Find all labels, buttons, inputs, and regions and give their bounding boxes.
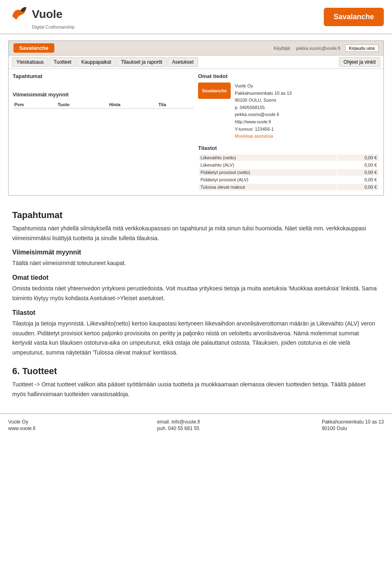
- savalanche-logo-small: Savalanche: [198, 82, 231, 99]
- tilastot-row-label: Liikevaihto (ALV): [199, 162, 337, 168]
- company-info: Vuole Oy Pakkahuoneenkatu 10 as 13 90100…: [235, 82, 292, 140]
- tilastot-row-label: Liikevaihto (netto): [199, 154, 337, 161]
- tilastot-row: Pidätetyt provisiot (netto)0,00 €: [199, 169, 379, 176]
- tilastot-row: Liikevaihto (ALV)0,00 €: [199, 162, 379, 168]
- app-nav: Yleiskatsaus Tuotteet Kauppapaikat Tilau…: [9, 56, 383, 69]
- viimeisimmat-heading: Viimeisimmät myynnit: [12, 249, 380, 256]
- col-hinta: Hinta: [107, 101, 157, 109]
- company-phone: p. 0405568155: [235, 104, 292, 111]
- site-footer: Vuole Oy www.vuole.fi email. info@vuole.…: [0, 413, 392, 436]
- nav-ohjeet[interactable]: Ohjeet ja vinkit: [339, 57, 380, 67]
- tilastot-table: Liikevaihto (netto)0,00 €Liikevaihto (AL…: [198, 154, 379, 191]
- viimeisimmat-title: Viimeisimmät myynnit: [13, 91, 194, 98]
- footer-col-company: Vuole Oy www.vuole.fi: [8, 419, 36, 431]
- omat-tiedot-text: Omista tiedoista näet yhteenvedon yrityk…: [12, 284, 380, 303]
- tilastot-row-value: 0,00 €: [338, 162, 379, 168]
- edit-settings-link[interactable]: Muokkaa asetuksia: [235, 133, 292, 140]
- tilastot-heading: Tilastot: [12, 309, 380, 317]
- tilastot-row-value: 0,00 €: [338, 154, 379, 161]
- app-savalanche-badge: Savalanche: [13, 43, 54, 53]
- footer-col-address: Pakkahuoneenkatu 10 as 13 90100 Oulu: [322, 419, 384, 431]
- viimeisimmat-text: Täältä näet viimeisimmät toteutuneet kau…: [12, 259, 380, 268]
- nav-kauppapaikat[interactable]: Kauppapaikat: [77, 57, 116, 67]
- tilastot-row-value: 0,00 €: [338, 176, 379, 183]
- logo-tagline: Digital Craftsmanship: [32, 25, 75, 29]
- site-header: Vuole Digital Craftsmanship Savalanche: [0, 0, 392, 34]
- company-name: Vuole Oy: [235, 82, 292, 90]
- company-address: Pakkahuoneenkatu 10 as 13: [235, 90, 292, 97]
- user-label: Käyttäjä:: [274, 46, 291, 51]
- logo-area: Vuole Digital Craftsmanship: [8, 4, 75, 29]
- tapahtumat-text: Tapahtumista näet yhdellä silmäyksellä m…: [12, 224, 380, 243]
- nav-tilaukset[interactable]: Tilaukset ja raportit: [116, 57, 167, 67]
- footer-email: email. info@vuole.fi: [157, 419, 200, 425]
- col-pvm: Pvm: [13, 101, 56, 109]
- footer-city: 90100 Oulu: [322, 426, 384, 431]
- footer-col-contact: email. info@vuole.fi puh. 040 55 681 55: [157, 419, 200, 431]
- tapahtumat-heading: Tapahtumat: [12, 210, 380, 221]
- nav-asetukset[interactable]: Asetukset: [167, 57, 198, 67]
- main-content: Tapahtumat Tapahtumista näet yhdellä sil…: [0, 202, 392, 413]
- app-screenshot: Savalanche Käyttäjä: pekka.vuorio@vuole.…: [8, 40, 384, 196]
- footer-website: www.vuole.fi: [8, 426, 36, 431]
- footer-address: Pakkahuoneenkatu 10 as 13: [322, 419, 384, 425]
- logout-button[interactable]: Kirjaudu ulos: [345, 45, 379, 52]
- sales-table: Pvm Tuote Hinta Tila: [13, 101, 194, 109]
- tuotteet-text: Tuotteet -> Omat tuotteet valikon alta p…: [12, 380, 380, 399]
- tilastot-title: Tilastot: [198, 145, 379, 151]
- nav-tuotteet[interactable]: Tuotteet: [49, 57, 76, 67]
- app-content: Tapahtumat Viimeisimmät myynnit Pvm Tuot…: [9, 69, 383, 195]
- footer-phone: puh. 040 55 681 55: [157, 426, 200, 431]
- col-tila: Tila: [157, 101, 194, 109]
- company-ytunnus: Y-tunnus: 123456-1: [235, 126, 292, 133]
- tilastot-row-label: Pidätetyt provisiot (ALV): [199, 176, 337, 183]
- omat-tiedot-heading: Omat tiedot: [12, 274, 380, 281]
- tilastot-row-label: Tulossa olevat maksut: [199, 184, 337, 190]
- footer-company: Vuole Oy: [8, 419, 36, 425]
- tilastot-row: Tulossa olevat maksut0,00 €: [199, 184, 379, 190]
- nav-yleiskatsaus[interactable]: Yleiskatsaus: [12, 57, 48, 67]
- col-tuote: Tuote: [56, 101, 107, 109]
- tilastot-row-value: 0,00 €: [338, 184, 379, 190]
- app-user-info: Käyttäjä: pekka.vuorio@vuole.fi Kirjaudu…: [274, 45, 379, 52]
- logo-vuole: Vuole: [8, 4, 62, 25]
- tilastot-text: Tilastoja ja tietoja myynnistä. Liikevai…: [12, 319, 380, 358]
- tuotteet-numbered-heading: 6. Tuotteet: [12, 366, 380, 377]
- tilastot-row: Pidätetyt provisiot (ALV)0,00 €: [199, 176, 379, 183]
- user-email: pekka.vuorio@vuole.fi: [296, 46, 340, 51]
- company-city: 90100 OULU, Suomi: [235, 97, 292, 104]
- savalanche-header-badge: Savalanche: [324, 8, 384, 26]
- tapahtumat-panel-title: Tapahtumat: [13, 73, 194, 79]
- logo-text: Vuole: [32, 8, 62, 21]
- vuole-bird-icon: [8, 4, 29, 25]
- company-email: pekka.vuorio@vuole.fi: [235, 111, 292, 118]
- omat-tiedot-panel-title: Omat tiedot: [198, 73, 379, 79]
- tilastot-row: Liikevaihto (netto)0,00 €: [199, 154, 379, 161]
- tilastot-row-label: Pidätetyt provisiot (netto): [199, 169, 337, 176]
- app-topbar: Savalanche Käyttäjä: pekka.vuorio@vuole.…: [9, 41, 383, 56]
- app-left-panel: Tapahtumat Viimeisimmät myynnit Pvm Tuot…: [13, 73, 194, 191]
- app-right-panel: Omat tiedot Savalanche Vuole Oy Pakkahuo…: [198, 73, 379, 191]
- omat-tiedot-box: Savalanche Vuole Oy Pakkahuoneenkatu 10 …: [198, 82, 379, 140]
- tilastot-row-value: 0,00 €: [338, 169, 379, 176]
- company-web: http://www.vuole.fi: [235, 118, 292, 126]
